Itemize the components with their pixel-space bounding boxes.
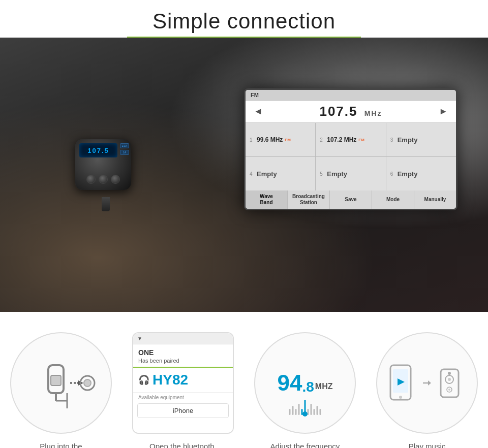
- freq-top-row: 94 .8 MHZ: [278, 372, 333, 394]
- dial-line-4: [298, 404, 300, 415]
- svg-rect-1: [51, 375, 61, 386]
- radio-preset-3: 3Empty: [386, 123, 456, 156]
- step4-item: Play music on your phone: [366, 332, 488, 448]
- headphone-icon: 🎧: [138, 374, 149, 386]
- radio-arrow-left[interactable]: ◄: [251, 106, 266, 117]
- fm-device: 107.5 2.1A 1A: [75, 139, 136, 200]
- step2-caption: Open the bluetooth, find HY82 to match.: [149, 441, 217, 448]
- fm-buttons: [86, 175, 120, 184]
- phone-status-icon: ▼: [137, 336, 142, 341]
- step2-phone-screen: ▼ ONE Has been paired 🎧 HY82 Available e…: [132, 332, 234, 434]
- radio-freq-row: ◄ 107.5 MHz ►: [246, 101, 456, 123]
- radio-preset-5: 5Empty: [316, 157, 385, 190]
- freq-main: 94: [278, 372, 302, 394]
- step3-item: 94 .8 MHZ Adju: [244, 332, 366, 448]
- radio-preset-2: 2107.2 MHzFM: [316, 123, 385, 156]
- step1-caption: Plug into the cigarette lighter socket: [23, 441, 99, 448]
- usb-port-1: 2.1A: [120, 143, 129, 148]
- svg-point-19: [448, 389, 450, 391]
- svg-point-8: [84, 379, 91, 387]
- dial-line-1: [289, 409, 291, 415]
- step1-icon-box: [10, 332, 112, 434]
- dial-line-7: [311, 404, 312, 415]
- dial-line-3: [295, 409, 297, 415]
- step4-caption: Play music on your phone: [403, 441, 451, 448]
- top-section: Simple connection: [0, 0, 488, 38]
- svg-point-20: [448, 372, 451, 375]
- radio-preset-4: 4Empty: [246, 157, 315, 190]
- radio-arrow-right[interactable]: ►: [436, 106, 451, 117]
- dial-line-8: [314, 409, 315, 415]
- bottom-section: Plug into the cigarette lighter socket ▼…: [0, 312, 488, 448]
- radio-action-btn-4[interactable]: Mode: [372, 190, 414, 209]
- phone-icon: [388, 364, 416, 402]
- radio-presets: 199.6 MHzFM2107.2 MHzFM3Empty4Empty5Empt…: [246, 123, 456, 190]
- radio-preset-6: 6Empty: [386, 157, 456, 190]
- phone-hy82-row: 🎧 HY82: [133, 368, 233, 393]
- fm-usb-area: 2.1A 1A: [120, 143, 129, 155]
- phone-paired-text: Has been paired: [133, 358, 233, 368]
- radio-inner: FM ◄ 107.5 MHz ► 199.6 MHzFM2107.2 MHzFM…: [246, 90, 456, 209]
- freq-center: 94 .8 MHZ: [278, 372, 333, 394]
- phone-screen-inner: ▼ ONE Has been paired 🎧 HY82 Available e…: [133, 333, 233, 433]
- radio-action-btn-1[interactable]: Wave Band: [246, 190, 287, 209]
- fm-display: 107.5: [79, 143, 117, 157]
- dial-line-10: [320, 409, 321, 415]
- car-section: 107.5 2.1A 1A FM ◄ 107.5 MHz ►: [0, 38, 488, 312]
- fm-btn-next: [111, 175, 120, 184]
- radio-band-label: FM: [246, 90, 456, 101]
- usb-port-2: 1A: [120, 150, 129, 155]
- dial-line-9: [317, 406, 318, 415]
- radio-action-btn-5[interactable]: Manually: [414, 190, 456, 209]
- hy82-label: HY82: [152, 372, 188, 388]
- fm-plug: [102, 197, 110, 211]
- svg-marker-14: [428, 380, 431, 386]
- phone-status-bar: ▼: [133, 333, 233, 344]
- fm-btn-prev: [86, 175, 96, 184]
- speaker-icon: [438, 364, 466, 402]
- cigarette-lighter-icon: [25, 347, 97, 419]
- radio-action-btn-2[interactable]: Broadcasting Station: [288, 190, 329, 209]
- dial-line-2: [292, 406, 294, 415]
- fm-device-body: 107.5 2.1A 1A: [75, 139, 131, 190]
- svg-point-11: [399, 396, 402, 399]
- available-label: Available equipment: [133, 393, 233, 401]
- fm-btn-play: [99, 175, 108, 184]
- iphone-item: iPhone: [137, 403, 229, 418]
- dial-dot-indicator: [302, 411, 308, 417]
- step3-caption: Adjust the frequency same as car FM(eg:9…: [255, 441, 355, 448]
- radio-action-btn-3[interactable]: Save: [330, 190, 372, 209]
- step1-item: Plug into the cigarette lighter socket: [0, 332, 122, 448]
- arrow-icon: [422, 375, 432, 391]
- step4-icon-box: [376, 332, 478, 434]
- freq-decimal: .8: [302, 380, 314, 394]
- radio-screen: FM ◄ 107.5 MHz ► 199.6 MHzFM2107.2 MHzFM…: [244, 88, 458, 210]
- phone-one-label: ONE: [133, 344, 233, 358]
- page-title: Simple connection: [0, 9, 488, 34]
- step2-item: ▼ ONE Has been paired 🎧 HY82 Available e…: [122, 332, 244, 448]
- radio-frequency: 107.5 MHz: [266, 104, 436, 119]
- freq-unit: MHZ: [315, 382, 333, 391]
- step3-freq-dial: 94 .8 MHZ: [254, 332, 356, 434]
- radio-preset-1: 199.6 MHzFM: [246, 123, 315, 156]
- svg-point-17: [448, 378, 451, 381]
- radio-buttons-row: Wave BandBroadcasting StationSaveModeMan…: [246, 190, 456, 209]
